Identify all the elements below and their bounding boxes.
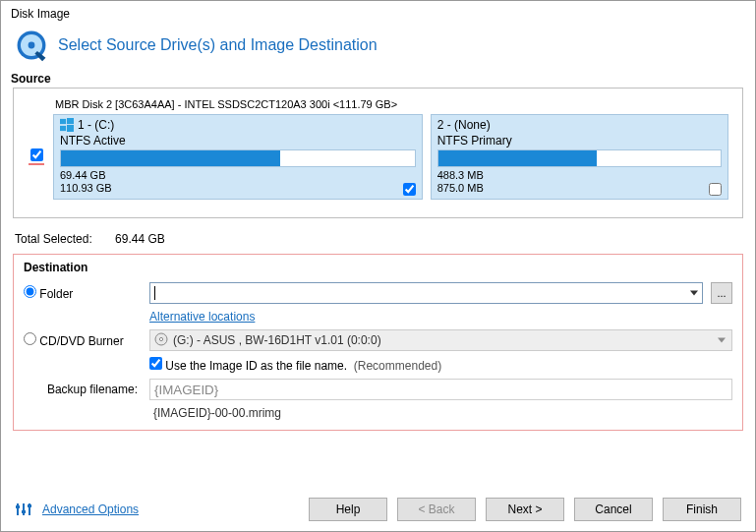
- next-button[interactable]: Next >: [486, 498, 564, 521]
- total-selected-row: Total Selected: 69.44 GB: [1, 226, 755, 254]
- select-disk-checkbox[interactable]: [30, 148, 43, 161]
- svg-rect-12: [16, 505, 20, 508]
- svg-rect-3: [60, 119, 66, 124]
- total-selected-value: 69.44 GB: [115, 232, 165, 246]
- total-selected-label: Total Selected:: [15, 232, 92, 246]
- svg-point-8: [159, 337, 162, 340]
- svg-rect-13: [22, 510, 26, 513]
- svg-rect-4: [67, 118, 74, 124]
- partition-checkbox[interactable]: [709, 183, 722, 196]
- filename-label: Backup filename:: [24, 383, 142, 396]
- partition-checkbox[interactable]: [403, 183, 416, 196]
- folder-combo[interactable]: [149, 282, 703, 304]
- burner-combo[interactable]: (G:) - ASUS , BW-16D1HT v1.01 (0:0:0): [149, 329, 732, 351]
- partition-used: 488.3 MB: [437, 169, 722, 182]
- alternative-locations-link[interactable]: Alternative locations: [149, 310, 255, 324]
- svg-rect-14: [28, 504, 31, 507]
- filename-input[interactable]: [149, 379, 732, 400]
- sliders-icon: [15, 501, 32, 518]
- usage-bar: [60, 149, 416, 167]
- use-imageid-option[interactable]: Use the Image ID as the file name. (Reco…: [149, 357, 441, 373]
- advanced-options-link[interactable]: Advanced Options: [42, 502, 139, 516]
- source-box: MBR Disk 2 [3C63A4AA] - INTEL SSDSC2CT12…: [13, 88, 743, 218]
- browse-button[interactable]: ...: [711, 282, 732, 304]
- page-title: Select Source Drive(s) and Image Destina…: [58, 36, 378, 54]
- example-filename: {IMAGEID}-00-00.mrimg: [153, 406, 732, 420]
- partition-c[interactable]: 1 - (C:) NTFS Active 69.44 GB 110.93 GB: [53, 114, 423, 200]
- source-label: Source: [1, 72, 755, 88]
- svg-rect-6: [67, 125, 74, 132]
- destination-label: Destination: [24, 261, 732, 274]
- svg-point-2: [29, 42, 35, 49]
- partition-type: NTFS Primary: [437, 134, 722, 148]
- partition-total: 875.0 MB: [437, 182, 722, 195]
- windows-icon: [60, 118, 74, 132]
- folder-radio[interactable]: [24, 285, 36, 298]
- finish-button[interactable]: Finish: [663, 498, 741, 521]
- burner-radio-label[interactable]: CD/DVD Burner: [24, 334, 124, 348]
- disc-icon: [154, 332, 168, 349]
- partition-name: 1 - (C:): [78, 118, 114, 132]
- partition-2[interactable]: 2 - (None) NTFS Primary 488.3 MB 875.0 M…: [431, 114, 728, 200]
- partition-total: 110.93 GB: [60, 182, 416, 195]
- partition-used: 69.44 GB: [60, 169, 416, 182]
- title-bar: Select Source Drive(s) and Image Destina…: [1, 23, 755, 72]
- disk-header: MBR Disk 2 [3C63A4AA] - INTEL SSDSC2CT12…: [55, 98, 728, 110]
- use-imageid-checkbox[interactable]: [149, 357, 162, 370]
- window-title: Disk Image: [1, 1, 755, 23]
- help-button[interactable]: Help: [309, 498, 387, 521]
- destination-panel: Destination Folder ... Alternative locat…: [13, 254, 743, 431]
- footer-row: Advanced Options Help < Back Next > Canc…: [15, 498, 741, 521]
- usage-bar: [437, 149, 722, 167]
- disk-icon: [15, 29, 48, 62]
- partition-name: 2 - (None): [437, 118, 491, 132]
- burner-value: (G:) - ASUS , BW-16D1HT v1.01 (0:0:0): [173, 333, 381, 347]
- back-button: < Back: [397, 498, 476, 521]
- svg-rect-5: [60, 126, 66, 131]
- folder-radio-label[interactable]: Folder: [24, 287, 73, 301]
- cancel-button[interactable]: Cancel: [574, 498, 653, 521]
- drive-row: 1 - (C:) NTFS Active 69.44 GB 110.93 GB …: [28, 114, 728, 200]
- partition-type: NTFS Active: [60, 134, 416, 148]
- active-underline: [29, 163, 44, 165]
- burner-radio[interactable]: [24, 332, 36, 345]
